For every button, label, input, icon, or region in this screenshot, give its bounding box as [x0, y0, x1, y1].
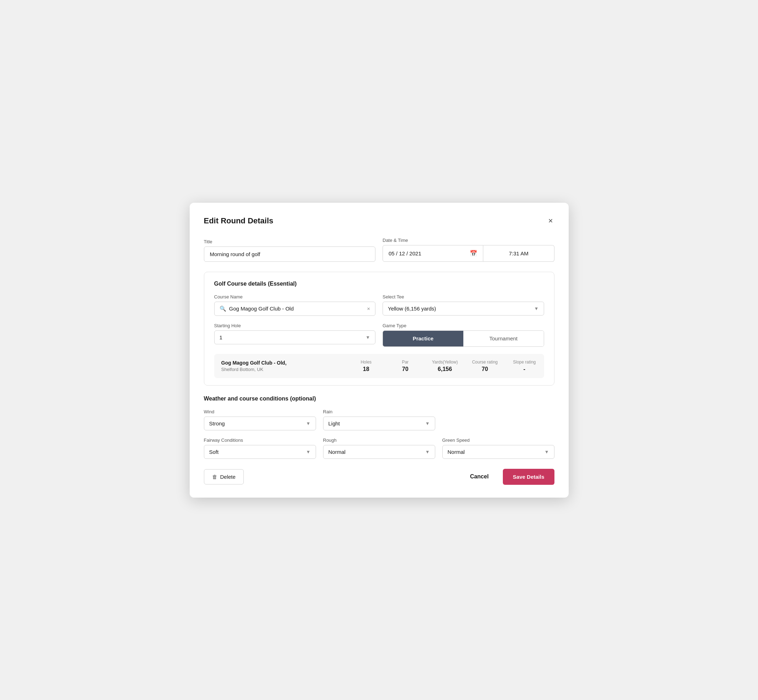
tournament-toggle-btn[interactable]: Tournament	[464, 331, 544, 347]
chevron-down-icon: ▼	[306, 421, 311, 426]
delete-button[interactable]: 🗑 Delete	[204, 469, 244, 484]
game-type-group: Game Type Practice Tournament	[382, 323, 544, 347]
select-tee-dropdown[interactable]: Yellow (6,156 yards) ▼	[382, 302, 544, 316]
title-field-group: Title	[204, 239, 376, 262]
fairway-rough-green-row: Fairway Conditions Soft ▼ Rough Normal ▼…	[204, 438, 554, 459]
holes-stat: Holes 18	[354, 359, 379, 372]
top-row: Title Date & Time 05 / 12 / 2021 📅 7:31 …	[204, 238, 554, 262]
date-value: 05 / 12 / 2021	[388, 250, 421, 256]
footer-right: Cancel Save Details	[464, 469, 554, 485]
edit-round-modal: Edit Round Details × Title Date & Time 0…	[190, 203, 568, 498]
par-stat: Par 70	[393, 359, 418, 372]
delete-label: Delete	[220, 474, 236, 480]
fairway-value: Soft	[209, 449, 219, 455]
select-tee-group: Select Tee Yellow (6,156 yards) ▼	[382, 294, 544, 316]
par-value: 70	[402, 366, 409, 372]
rough-group: Rough Normal ▼	[323, 438, 435, 459]
rain-value: Light	[329, 420, 340, 427]
cancel-button[interactable]: Cancel	[464, 469, 494, 484]
rain-dropdown[interactable]: Light ▼	[323, 417, 435, 430]
slope-rating-stat: Slope rating -	[512, 359, 537, 372]
wind-rain-row: Wind Strong ▼ Rain Light ▼	[204, 409, 554, 430]
chevron-down-icon: ▼	[425, 421, 430, 426]
yards-label: Yards(Yellow)	[432, 359, 458, 364]
holes-label: Holes	[360, 359, 371, 364]
slope-rating-label: Slope rating	[513, 359, 536, 364]
title-input[interactable]	[204, 247, 376, 262]
wind-group: Wind Strong ▼	[204, 409, 316, 430]
wind-label: Wind	[204, 409, 316, 414]
chevron-down-icon: ▼	[425, 449, 430, 455]
chevron-down-icon: ▼	[306, 449, 311, 455]
course-info-row: Gog Magog Golf Club - Old, Shelford Bott…	[214, 354, 544, 378]
course-name-label: Course Name	[214, 294, 376, 300]
modal-title: Edit Round Details	[204, 216, 274, 225]
holes-value: 18	[363, 366, 370, 372]
fairway-label: Fairway Conditions	[204, 438, 316, 443]
search-icon: 🔍	[219, 306, 226, 312]
hole-gametype-row: Starting Hole 1 ▼ Game Type Practice Tou…	[214, 323, 544, 347]
rough-label: Rough	[323, 438, 435, 443]
green-speed-value: Normal	[448, 449, 465, 455]
par-label: Par	[402, 359, 409, 364]
fairway-group: Fairway Conditions Soft ▼	[204, 438, 316, 459]
course-name-input[interactable]: 🔍 Gog Magog Golf Club - Old ×	[214, 302, 376, 316]
game-type-label: Game Type	[382, 323, 544, 328]
game-type-toggle: Practice Tournament	[382, 330, 544, 347]
green-speed-label: Green Speed	[442, 438, 554, 443]
select-tee-value: Yellow (6,156 yards)	[388, 306, 436, 312]
chevron-down-icon: ▼	[365, 335, 370, 340]
rain-label: Rain	[323, 409, 435, 414]
golf-section-title: Golf Course details (Essential)	[214, 281, 544, 287]
practice-toggle-btn[interactable]: Practice	[383, 331, 464, 347]
date-label: Date & Time	[382, 238, 554, 243]
select-tee-label: Select Tee	[382, 294, 544, 300]
close-button[interactable]: ×	[547, 216, 554, 226]
wind-dropdown[interactable]: Strong ▼	[204, 417, 316, 430]
starting-hole-dropdown[interactable]: 1 ▼	[214, 330, 376, 344]
trash-icon: 🗑	[212, 474, 218, 480]
course-info-name: Gog Magog Golf Club - Old,	[221, 359, 340, 367]
rough-value: Normal	[329, 449, 346, 455]
weather-section: Weather and course conditions (optional)…	[204, 395, 554, 459]
title-label: Title	[204, 239, 376, 244]
course-rating-value: 70	[482, 366, 488, 372]
time-input[interactable]: 7:31 AM	[483, 245, 554, 262]
wind-value: Strong	[209, 420, 225, 427]
date-time-row: 05 / 12 / 2021 📅 7:31 AM	[382, 245, 554, 262]
modal-header: Edit Round Details ×	[204, 216, 554, 226]
save-button[interactable]: Save Details	[503, 469, 554, 485]
slope-rating-value: -	[523, 366, 525, 372]
chevron-down-icon: ▼	[534, 306, 539, 311]
course-tee-row: Course Name 🔍 Gog Magog Golf Club - Old …	[214, 294, 544, 316]
starting-hole-value: 1	[219, 334, 222, 341]
calendar-icon: 📅	[470, 250, 477, 257]
golf-course-section: Golf Course details (Essential) Course N…	[204, 272, 554, 386]
chevron-down-icon: ▼	[545, 449, 549, 455]
date-input[interactable]: 05 / 12 / 2021 📅	[382, 245, 483, 262]
date-field-group: Date & Time 05 / 12 / 2021 📅 7:31 AM	[382, 238, 554, 262]
course-rating-label: Course rating	[472, 359, 498, 364]
modal-footer: 🗑 Delete Cancel Save Details	[204, 469, 554, 485]
time-value: 7:31 AM	[509, 250, 528, 256]
weather-section-title: Weather and course conditions (optional)	[204, 395, 554, 402]
starting-hole-label: Starting Hole	[214, 323, 376, 328]
rough-dropdown[interactable]: Normal ▼	[323, 445, 435, 459]
green-speed-dropdown[interactable]: Normal ▼	[442, 445, 554, 459]
course-info-name-block: Gog Magog Golf Club - Old, Shelford Bott…	[221, 359, 340, 372]
course-rating-stat: Course rating 70	[472, 359, 498, 372]
course-name-value: Gog Magog Golf Club - Old	[229, 306, 365, 312]
rain-group: Rain Light ▼	[323, 409, 435, 430]
starting-hole-group: Starting Hole 1 ▼	[214, 323, 376, 347]
yards-value: 6,156	[438, 366, 452, 372]
course-name-group: Course Name 🔍 Gog Magog Golf Club - Old …	[214, 294, 376, 316]
yards-stat: Yards(Yellow) 6,156	[432, 359, 458, 372]
course-info-location: Shelford Bottom, UK	[221, 367, 340, 372]
clear-icon[interactable]: ×	[367, 306, 370, 312]
green-speed-group: Green Speed Normal ▼	[442, 438, 554, 459]
fairway-dropdown[interactable]: Soft ▼	[204, 445, 316, 459]
